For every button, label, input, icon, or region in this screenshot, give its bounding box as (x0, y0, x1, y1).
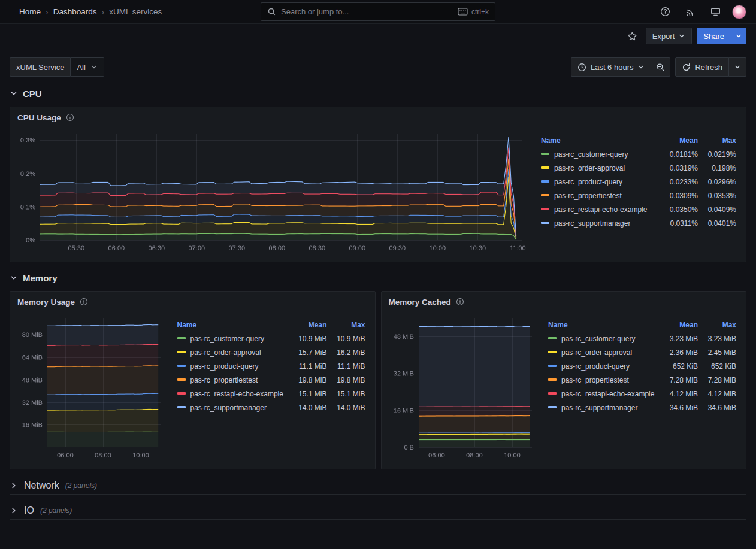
series-mean: 0.0233% (655, 178, 698, 186)
info-icon[interactable] (66, 113, 74, 122)
panel-title[interactable]: Memory Cached (389, 298, 451, 307)
series-mean: 3.23 MiB (655, 335, 698, 343)
legend-row[interactable]: pas-rc_supportmanager0.0311%0.0401% (541, 216, 736, 230)
legend-row[interactable]: pas-rc_product-query0.0233%0.0296% (541, 175, 736, 189)
section-cpu[interactable]: CPU (10, 85, 746, 102)
refresh-button[interactable]: Refresh (675, 57, 729, 77)
variable-xuml-service: xUML Service All (10, 57, 104, 77)
news-button[interactable] (682, 4, 698, 20)
time-range-button[interactable]: Last 6 hours (571, 57, 652, 77)
series-name: pas-rc_propertiestest (561, 376, 629, 384)
series-name: pas-rc_customer-query (554, 150, 628, 159)
legend-row[interactable]: pas-rc_customer-query0.0181%0.0219% (541, 147, 736, 161)
series-mean: 11.1 MiB (284, 362, 327, 371)
legend-row[interactable]: pas-rc_restapi-echo-example0.0350%0.0409… (541, 202, 736, 216)
series-marker (177, 392, 186, 395)
legend-row[interactable]: pas-rc_propertiestest0.0309%0.0353% (541, 189, 736, 202)
legend-row[interactable]: pas-rc_order-approval15.7 MiB16.2 MiB (177, 345, 365, 359)
series-marker (541, 153, 549, 155)
time-controls: Last 6 hours (571, 57, 746, 77)
legend-header-max[interactable]: Max (698, 137, 736, 145)
panel-header: Memory Usage (10, 292, 375, 312)
legend-header-name[interactable]: Name (541, 137, 655, 145)
legend-header-mean[interactable]: Mean (284, 321, 327, 329)
help-button[interactable] (657, 4, 673, 20)
series-name: pas-rc_restapi-echo-example (561, 390, 654, 398)
panels-count-note: (2 panels) (65, 481, 97, 490)
legend-header-max[interactable]: Max (327, 321, 365, 329)
panel-body: NameMeanMaxpas-rc_customer-query10.9 MiB… (10, 312, 375, 466)
legend-row[interactable]: pas-rc_supportmanager34.6 MiB34.6 MiB (548, 401, 736, 414)
cpu-usage-chart[interactable] (14, 128, 530, 256)
series-max: 3.23 MiB (698, 335, 736, 343)
breadcrumb-current: xUML services (109, 7, 162, 16)
memory-cached-chart[interactable] (385, 312, 538, 463)
series-max: 0.0353% (698, 192, 736, 200)
series-max: 10.9 MiB (327, 335, 365, 343)
memory-panels-row: Memory Usage NameMeanMaxpas-rc_customer-… (10, 291, 746, 469)
breadcrumb-dashboards[interactable]: Dashboards (53, 7, 97, 16)
info-icon[interactable] (80, 298, 88, 306)
star-dashboard-button[interactable] (624, 28, 641, 44)
export-button[interactable]: Export (646, 28, 693, 44)
series-max: 652 KiB (698, 362, 736, 371)
section-title: CPU (23, 89, 42, 99)
clock-icon (577, 63, 586, 72)
memory-usage-chart[interactable] (14, 312, 167, 463)
series-marker (548, 337, 557, 339)
tv-mode-button[interactable] (707, 4, 724, 20)
legend-row[interactable]: pas-rc_restapi-echo-example4.12 MiB4.12 … (548, 387, 736, 401)
legend-row[interactable]: pas-rc_propertiestest7.28 MiB7.28 MiB (548, 373, 736, 387)
series-marker (541, 208, 549, 210)
series-max: 34.6 MiB (698, 404, 736, 412)
legend-header-max[interactable]: Max (698, 321, 736, 329)
legend-header-mean[interactable]: Mean (655, 137, 698, 145)
series-max: 0.0296% (698, 178, 736, 186)
section-io[interactable]: IO (2 panels) (10, 502, 746, 520)
series-mean: 0.0181% (655, 150, 698, 159)
legend-row[interactable]: pas-rc_propertiestest19.8 MiB19.8 MiB (177, 373, 365, 387)
panel-title[interactable]: CPU Usage (17, 113, 61, 122)
legend-row[interactable]: pas-rc_supportmanager14.0 MiB14.0 MiB (177, 401, 365, 414)
search-shortcut: ctrl+k (458, 8, 489, 16)
panel-memory-cached: Memory Cached NameMeanMaxpas-rc_customer… (381, 291, 747, 469)
series-name: pas-rc_propertiestest (554, 192, 622, 200)
series-marker (177, 365, 186, 367)
breadcrumb-home[interactable]: Home (19, 7, 41, 16)
legend-header-name[interactable]: Name (177, 321, 284, 329)
section-memory[interactable]: Memory (10, 269, 746, 286)
breadcrumb: Home › Dashboards › xUML services (19, 7, 162, 17)
legend-header-name[interactable]: Name (548, 321, 655, 329)
share-button[interactable]: Share (697, 28, 731, 44)
legend-row[interactable]: pas-rc_customer-query10.9 MiB10.9 MiB (177, 332, 365, 345)
legend-row[interactable]: pas-rc_customer-query3.23 MiB3.23 MiB (548, 332, 736, 345)
user-avatar[interactable] (732, 5, 746, 19)
series-max: 0.0401% (698, 219, 736, 228)
section-network[interactable]: Network (2 panels) (10, 477, 746, 495)
share-menu-button[interactable] (731, 28, 746, 44)
legend-row[interactable]: pas-rc_order-approval2.36 MiB2.45 MiB (548, 345, 736, 359)
panel-title[interactable]: Memory Usage (17, 298, 75, 307)
monitor-icon (710, 7, 721, 17)
variable-value-dropdown[interactable]: All (71, 57, 104, 77)
legend-row[interactable]: pas-rc_order-approval0.0319%0.198% (541, 161, 736, 175)
refresh-icon (682, 63, 691, 72)
series-name: pas-rc_customer-query (561, 335, 635, 343)
legend-row[interactable]: pas-rc_product-query652 KiB652 KiB (548, 359, 736, 373)
legend-row[interactable]: pas-rc_product-query11.1 MiB11.1 MiB (177, 359, 365, 373)
search-input[interactable]: Search or jump to... ctrl+k (261, 2, 495, 21)
star-icon (627, 31, 637, 41)
info-icon[interactable] (456, 298, 464, 306)
series-max: 4.12 MiB (698, 390, 736, 398)
refresh-interval-button[interactable] (728, 57, 746, 77)
series-mean: 15.7 MiB (284, 348, 327, 357)
legend-header-mean[interactable]: Mean (655, 321, 698, 329)
chevron-down-icon (637, 63, 645, 71)
series-name: pas-rc_product-query (190, 362, 259, 371)
legend-row[interactable]: pas-rc_restapi-echo-example15.1 MiB15.1 … (177, 387, 365, 401)
zoom-out-button[interactable] (651, 57, 670, 77)
series-name: pas-rc_propertiestest (190, 376, 258, 384)
dashboard-controls: xUML Service All (10, 57, 746, 77)
series-marker (541, 222, 549, 224)
panel-header: CPU Usage (10, 107, 746, 128)
